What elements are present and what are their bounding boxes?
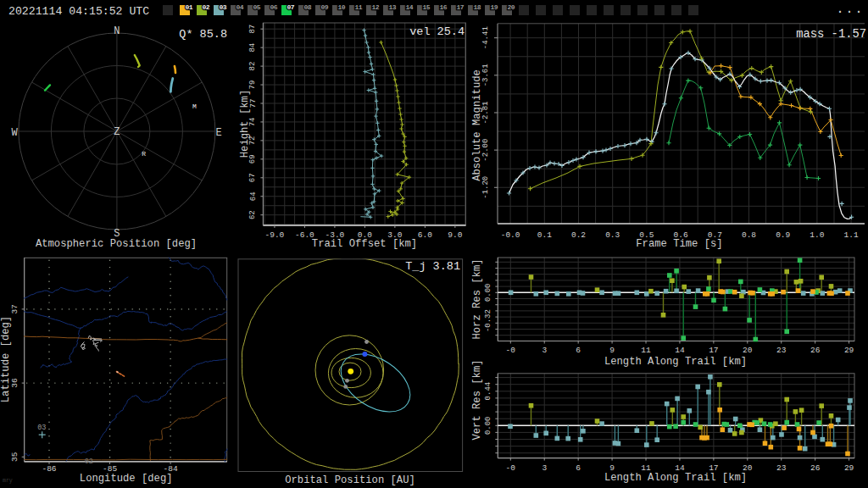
svg-text:-0.32: -0.32 <box>485 309 493 332</box>
svg-text:03: 03 <box>219 3 226 11</box>
svg-text:1.1: 1.1 <box>844 230 859 240</box>
svg-text:0.8: 0.8 <box>742 230 756 240</box>
svg-text:Length Along Trail [km]: Length Along Trail [km] <box>604 356 747 368</box>
svg-text:35: 35 <box>10 452 19 462</box>
svg-text:Latitude [deg]: Latitude [deg] <box>0 316 12 402</box>
svg-text:1.0: 1.0 <box>810 230 824 240</box>
svg-text:17: 17 <box>456 3 464 11</box>
svg-text:Q* 85.8: Q* 85.8 <box>179 28 227 41</box>
svg-text:E: E <box>215 127 221 139</box>
svg-text:20221114 04:15:52 UTC: 20221114 04:15:52 UTC <box>8 5 149 18</box>
svg-text:10: 10 <box>337 3 345 11</box>
svg-text:-9.0: -9.0 <box>265 230 285 240</box>
svg-text:14: 14 <box>675 346 685 355</box>
svg-text:04: 04 <box>236 3 243 11</box>
svg-text:0.1: 0.1 <box>537 230 552 240</box>
svg-text:14: 14 <box>405 3 413 11</box>
svg-text:-0: -0 <box>506 463 516 473</box>
svg-text:-0: -0 <box>506 346 516 355</box>
svg-text:Z: Z <box>114 126 120 138</box>
svg-text:-4.41: -4.41 <box>481 26 490 49</box>
svg-text:06: 06 <box>270 3 277 11</box>
svg-text:Vert Res [km]: Vert Res [km] <box>471 359 483 440</box>
svg-text:11: 11 <box>641 346 651 355</box>
svg-text:01: 01 <box>185 3 192 11</box>
svg-text:84: 84 <box>249 43 258 53</box>
svg-text:0.00: 0.00 <box>485 416 493 435</box>
svg-text:Length Along Trail [km]: Length Along Trail [km] <box>604 472 747 484</box>
svg-text:37: 37 <box>10 304 19 313</box>
svg-text:03: 03 <box>37 424 46 432</box>
svg-text:23: 23 <box>776 346 787 355</box>
svg-text:0.3: 0.3 <box>605 230 620 240</box>
svg-text:-86: -86 <box>42 464 56 474</box>
svg-text:79: 79 <box>249 80 258 90</box>
svg-text:20: 20 <box>507 3 515 11</box>
svg-text:Atmospheric Position [deg]: Atmospheric Position [deg] <box>36 238 197 250</box>
svg-text:11: 11 <box>354 3 362 11</box>
svg-text:Absolute Magnitude: Absolute Magnitude <box>471 69 483 181</box>
svg-text:23: 23 <box>776 463 787 473</box>
svg-text:mry: mry <box>3 478 13 484</box>
svg-text:N: N <box>114 25 120 37</box>
svg-text:R: R <box>142 150 146 158</box>
svg-text:T_j 3.81: T_j 3.81 <box>405 260 460 273</box>
svg-text:0.9: 0.9 <box>776 230 790 240</box>
svg-text:W: W <box>11 127 18 139</box>
svg-text:9: 9 <box>609 346 615 355</box>
svg-text:29: 29 <box>844 346 854 355</box>
svg-text:0.00: 0.00 <box>485 283 493 302</box>
svg-text:26: 26 <box>810 463 821 473</box>
svg-text:07: 07 <box>287 3 294 11</box>
svg-text:13: 13 <box>388 3 396 11</box>
svg-text:29: 29 <box>844 463 854 473</box>
svg-text:20: 20 <box>743 346 753 355</box>
svg-text:64: 64 <box>249 191 258 201</box>
svg-text:82: 82 <box>249 62 258 71</box>
svg-text:Frame Time [s]: Frame Time [s] <box>636 238 722 250</box>
svg-text:26: 26 <box>810 346 821 355</box>
svg-text:Longitude [deg]: Longitude [deg] <box>80 473 173 485</box>
svg-text:16: 16 <box>439 3 447 11</box>
svg-text:6: 6 <box>576 346 581 355</box>
svg-text:...: ... <box>836 3 864 17</box>
svg-text:08: 08 <box>303 3 311 11</box>
svg-text:mass -1.57: mass -1.57 <box>796 28 866 41</box>
svg-text:87: 87 <box>249 25 258 34</box>
svg-text:3: 3 <box>542 463 547 473</box>
svg-text:62: 62 <box>249 210 258 219</box>
svg-text:19: 19 <box>490 3 498 11</box>
svg-text:Height [km]: Height [km] <box>239 90 251 158</box>
svg-text:02: 02 <box>202 3 209 11</box>
svg-text:Horz Res [km]: Horz Res [km] <box>471 258 483 339</box>
svg-text:15: 15 <box>422 3 430 11</box>
svg-text:6.0: 6.0 <box>418 230 432 240</box>
svg-text:05: 05 <box>253 3 260 11</box>
svg-text:6: 6 <box>576 463 581 473</box>
svg-text:-0.0: -0.0 <box>501 230 520 240</box>
svg-text:18: 18 <box>473 3 481 11</box>
svg-text:17: 17 <box>709 346 718 355</box>
svg-text:0.44: 0.44 <box>485 382 493 401</box>
svg-text:3: 3 <box>542 346 547 355</box>
svg-text:M: M <box>192 103 197 110</box>
svg-text:vel 25.4: vel 25.4 <box>409 25 465 38</box>
svg-text:12: 12 <box>371 3 379 11</box>
svg-text:9.0: 9.0 <box>448 230 462 240</box>
svg-text:0.2: 0.2 <box>571 230 586 240</box>
svg-text:02: 02 <box>85 458 93 466</box>
svg-text:Orbital Position [AU]: Orbital Position [AU] <box>285 474 415 486</box>
svg-text:Trail Offset [km]: Trail Offset [km] <box>312 238 417 250</box>
svg-text:09: 09 <box>320 3 328 11</box>
svg-text:67: 67 <box>249 173 258 182</box>
